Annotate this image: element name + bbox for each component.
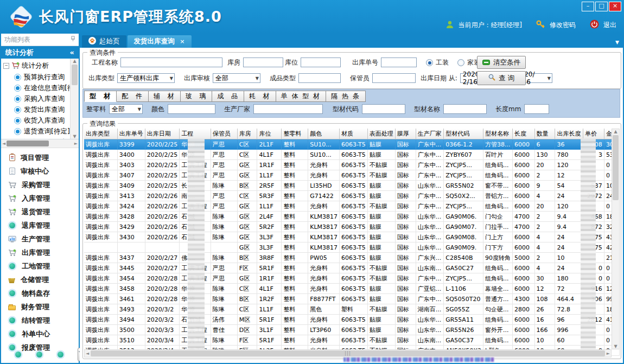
- column-header[interactable]: 库房: [237, 129, 257, 139]
- tree-item-0[interactable]: 预算执行查询: [3, 72, 71, 82]
- material-tab-0[interactable]: 型 材: [84, 91, 117, 102]
- table-row[interactable]: 调拨出库34942020/3/2石 辉城汤伟M区5R1F整料光身料6063-T5…: [84, 315, 620, 325]
- sidebar-item-10[interactable]: 物料盘存: [1, 286, 79, 300]
- sidebar-item-0[interactable]: 项目管理: [1, 151, 79, 164]
- scrollbar-thumb[interactable]: |||: [91, 350, 605, 356]
- scroll-right-icon[interactable]: ►: [74, 141, 78, 146]
- column-header[interactable]: 保管员: [211, 129, 237, 139]
- tree-root[interactable]: − 统计分析: [3, 60, 71, 72]
- length-input[interactable]: [524, 104, 549, 114]
- outbound-no-input[interactable]: [381, 58, 417, 67]
- location-input[interactable]: [301, 58, 341, 67]
- tab-close-icon[interactable]: ×: [180, 38, 185, 45]
- material-tab-3[interactable]: 玻 璃: [181, 91, 213, 102]
- scroll-down-icon[interactable]: ▼: [73, 134, 76, 139]
- table-row[interactable]: 调拨出库34292020/2/26石 城陈琳G区5R2F整料KLM3817606…: [84, 222, 620, 232]
- tree-vertical-scrollbar[interactable]: ▲ ▼: [70, 59, 79, 139]
- maker-input[interactable]: [253, 104, 323, 114]
- material-tab-5[interactable]: 耗 材: [244, 91, 276, 102]
- tree-item-6[interactable]: 退库管理[待定]: [3, 137, 71, 139]
- column-header[interactable]: 生产厂家: [416, 129, 444, 139]
- column-header[interactable]: 库位: [257, 129, 282, 139]
- jiazhuang-radio[interactable]: [457, 59, 464, 66]
- column-header[interactable]: 出库长度: [555, 129, 583, 139]
- table-row[interactable]: 调拨出库34132020/2/26南 ...严思C区5R3F整料G7142260…: [84, 191, 620, 201]
- sidebar-section-header[interactable]: 统计分析 «: [1, 46, 79, 59]
- scroll-left-icon[interactable]: ◄: [86, 351, 89, 356]
- table-row[interactable]: 调拨出库34932020/3/2华 原...陈琳C区1L1F整料黑色塑料不贴膜国…: [84, 304, 620, 315]
- tree-horizontal-scrollbar[interactable]: ◄ ►: [1, 139, 79, 148]
- column-header[interactable]: 长度: [513, 129, 535, 139]
- table-row[interactable]: 调拨出库34372020/2/27佛 ...陈琳B区3R8F整料PW056063…: [84, 253, 620, 263]
- table-row[interactable]: 调拨出库34092020/2/25长 ...陈琳B区2R5F整料LI35HD60…: [84, 181, 620, 191]
- sidebar-item-6[interactable]: 生产管理: [1, 232, 79, 246]
- table-row[interactable]: 调拨出库35102020/3/4工 共工程陈琳F区5R1F整料光身料6063-T…: [84, 335, 620, 346]
- table-header-row[interactable]: 出库类型出库单号出库日期工程保管员库房库位整零料颜色材质表面处理膜厚生产厂家型材…: [84, 129, 620, 139]
- column-header[interactable]: 颜色: [308, 129, 340, 139]
- column-header[interactable]: 型材名称: [483, 129, 513, 139]
- color-input[interactable]: [168, 104, 215, 114]
- table-row[interactable]: 调拨出库34452020/2/27工 共工程严思F区5R1F整料光身料6063-…: [84, 263, 620, 273]
- column-header[interactable]: 单价: [583, 129, 604, 139]
- module-circle-icon[interactable]: [15, 352, 21, 357]
- table-row[interactable]: 调拨出库34002020/2/25华 原...严思C区4L1F整料SU10...…: [84, 150, 620, 160]
- material-tab-4[interactable]: 成 品: [212, 91, 244, 102]
- tree-item-1[interactable]: 在途信息查询[待定]: [3, 82, 71, 93]
- maximize-button[interactable]: □: [595, 2, 608, 11]
- material-tab-2[interactable]: 辅 材: [149, 91, 181, 102]
- column-header[interactable]: 出库日期: [145, 129, 179, 139]
- table-row[interactable]: 调拨出库34242020/2/26工 共工程严思G区1L1F整料光身料6063-…: [84, 201, 620, 212]
- close-button[interactable]: ×: [609, 2, 621, 11]
- scroll-left-icon[interactable]: ◄: [2, 141, 5, 146]
- table-horizontal-scrollbar[interactable]: ◄ ||| ►: [84, 349, 612, 357]
- sidebar-item-9[interactable]: 仓储管理: [1, 273, 79, 286]
- module-circle-icon[interactable]: [36, 352, 42, 357]
- scrollbar-thumb[interactable]: [72, 65, 78, 85]
- tab-home[interactable]: 起始页: [82, 35, 126, 48]
- sidebar-item-5[interactable]: 退库管理: [1, 219, 79, 232]
- table-row[interactable]: 调拨出库34612020/2/28华 原...陈琳B区1R2F整料F8877FT…: [84, 294, 620, 304]
- column-header[interactable]: 出库类型: [84, 129, 117, 139]
- out-type-combo[interactable]: 生产领料出库 ▼: [117, 73, 175, 83]
- column-header[interactable]: 工程: [180, 129, 211, 139]
- scroll-up-icon[interactable]: ▲: [614, 129, 617, 134]
- column-header[interactable]: 型材代码: [444, 129, 483, 139]
- scroll-down-icon[interactable]: ▼: [614, 344, 617, 349]
- whole-part-combo[interactable]: 全部 ▼: [109, 104, 143, 114]
- column-header[interactable]: 出库单号: [117, 129, 145, 139]
- table-row[interactable]: 调拨出库34302020/2/26石 城陈琳G区3L3F整料KLM3817606…: [84, 232, 620, 242]
- product-type-input[interactable]: [298, 73, 341, 83]
- sidebar-item-4[interactable]: 退货管理: [1, 205, 79, 219]
- table-vertical-scrollbar[interactable]: ▲ ▼: [612, 129, 620, 349]
- search-button[interactable]: 查 询: [477, 71, 526, 85]
- tree-item-2[interactable]: 采购入库查询: [3, 93, 71, 104]
- table-row[interactable]: G区3L3F整料KLM38176063-T5贴膜国标山东华...GA90M09.…: [84, 242, 620, 253]
- table-row[interactable]: 调拨出库34282020/2/26石 城陈琳G区2L4F整料KLM3817606…: [84, 212, 620, 222]
- gongzhuang-radio[interactable]: [426, 59, 433, 66]
- tree-item-3[interactable]: 发货出库查询: [3, 104, 71, 115]
- sidebar-item-12[interactable]: 结转管理: [1, 314, 79, 327]
- table-row[interactable]: 调拨出库33992020/2/25华 原...严思C区2L1F整料SU10...…: [84, 139, 620, 150]
- material-tab-1[interactable]: 配 件: [117, 91, 149, 102]
- minimize-button[interactable]: –: [582, 2, 594, 11]
- tree-item-4[interactable]: 收货入库查询: [3, 115, 71, 126]
- material-tab-6[interactable]: 单 体 型 材: [276, 91, 326, 102]
- sidebar-item-1[interactable]: 审核中心: [1, 164, 79, 178]
- sidebar-item-2[interactable]: 采购管理: [1, 178, 79, 191]
- material-tab-7[interactable]: 隔 热 条: [326, 91, 366, 102]
- column-header[interactable]: 整零料: [282, 129, 308, 139]
- audit-combo[interactable]: 全部 ▼: [213, 73, 260, 83]
- table-row[interactable]: 调拨出库34582020/2/28华 原...陈琳C区4L1F整料光身料6063…: [84, 284, 620, 294]
- scrollbar-thumb[interactable]: [613, 135, 619, 200]
- sidebar-item-8[interactable]: 工地管理: [1, 259, 79, 273]
- sidebar-item-3[interactable]: 入库管理: [1, 191, 79, 205]
- profile-code-input[interactable]: [362, 104, 405, 114]
- collapse-icon[interactable]: «: [70, 48, 74, 56]
- warehouse-input[interactable]: [243, 58, 283, 67]
- logout-link[interactable]: 退出: [603, 21, 616, 30]
- table-row[interactable]: 调拨出库34032020/2/25工 共工程严思G区1R1F整料光身料6063-…: [84, 160, 620, 170]
- table-row[interactable]: 调拨出库34072020/2/25工 共工程严思G区1L1F整料光身料6063-…: [84, 170, 620, 181]
- column-header[interactable]: 表面处理: [367, 129, 395, 139]
- tab-shipping-outbound-query[interactable]: 发货出库查询 ×: [128, 35, 192, 48]
- clear-conditions-button[interactable]: 清空条件: [477, 56, 526, 69]
